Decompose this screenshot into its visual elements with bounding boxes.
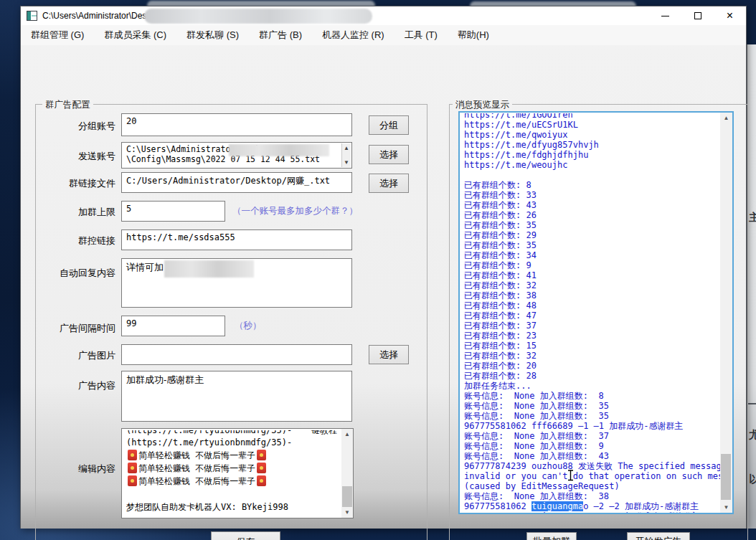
preview-line: 967777874239 ouzhou88 发送失败 The specified… [464,461,718,471]
scrollbar-thumb[interactable] [342,486,352,509]
preview-scrollbar[interactable]: ▲ ▼ [720,113,732,513]
preview-line: 已有群组个数: 15 [464,341,718,351]
group-button[interactable]: 分组 [369,115,409,135]
preview-line [464,170,718,180]
preview-line: 已有群组个数: 32 [464,280,718,290]
field-label: 广告内容 [39,379,115,392]
choose-ad-image-button[interactable]: 选择 [369,345,409,364]
choose-send-account-button[interactable]: 选择 [369,145,409,164]
field-label: 广告图片 [39,349,115,362]
edit-line [126,488,339,501]
field-label: 广告间隔时间 [39,322,115,335]
join-limit-input[interactable]: 5 [121,201,225,222]
preview-line: 账号信息: None 加入群组数: 35 [464,401,718,411]
maximize-button[interactable] [681,6,714,25]
minimize-button[interactable] [649,6,681,25]
edit-content-scrollbar[interactable]: ▲ ▼ [341,429,353,518]
edit-content-textarea-lines: (https://t.me/rtyuionbnmdfg/35)- 一键教程(ht… [126,430,339,513]
edit-line-clipped: (https://t.me/rtyuionbnmdfg/35)- 一键教程 [126,430,339,436]
control-link-input[interactable]: https://t.me/ssdsa555 [121,229,352,250]
choose-link-file-button[interactable]: 选择 [369,174,409,193]
save-button[interactable]: 保存 [211,531,280,540]
preview-line: 账号信息: None 加入群组数: 8 [464,391,718,401]
send-account-scrollbar[interactable]: ▲▼ [341,143,351,167]
menu-item[interactable]: 帮助(H) [448,29,499,42]
field-label: 发送账号 [39,150,115,163]
preview-line: invalid or you can't do that operation o… [464,471,718,481]
ibeam-cursor [567,470,574,484]
batch-join-button[interactable]: 批量加群 [526,532,577,540]
preview-line: https://t.me/1GOOIren [464,113,718,120]
preview-line: 已有群组个数: 9 [464,260,718,270]
edit-line: 简单轻松赚钱 不做后悔一辈子 [126,449,339,462]
preview-line: 963777894239 tuiguangmao —3 —3 加群成功-感谢群主 [464,511,718,514]
message-preview-list[interactable]: https://t.me/1GOOIrenhttps://t.me/uECSrU… [458,111,734,514]
red-envelope-emoji [257,475,266,486]
preview-line: 已有群组个数: 38 [464,290,718,300]
ad-config-title: 群广告配置 [42,99,93,111]
red-envelope-emoji [128,475,137,486]
preview-line: 账号信息: None 加入群组数: 35 [464,411,718,421]
scroll-up-icon[interactable]: ▲ [344,145,349,151]
field-label: 群链接文件 [39,177,115,190]
ad-interval-input[interactable]: 99 [121,316,225,336]
preview-line: 已有群组个数: 26 [464,210,718,220]
preview-line: 967775581062 tuiguangmao —2 —2 加群成功-感谢群主 [464,501,718,511]
scroll-down-icon[interactable]: ▼ [341,507,353,518]
edit-line: 简单轻松赚钱 不做后悔一辈子 [126,462,339,475]
redaction-blur [229,144,329,156]
minimize-icon [661,16,669,16]
group-link-file-input[interactable]: C:/Users/Administrator/Desktop/网赚_.txt [121,172,352,193]
preview-line: 967775581062 fff66689 —1 —1 加群成功-感谢群主 [464,421,718,431]
title-bar[interactable]: C:\Users\Administrator\Desktop × [21,6,746,25]
preview-line: 已有群组个数: 35 [464,240,718,250]
edit-content-textarea[interactable]: (https://t.me/rtyuionbnmdfg/35)- 一键教程(ht… [121,428,354,518]
scroll-down-icon[interactable]: ▼ [344,159,349,166]
maximize-icon [694,12,701,19]
group-account-input[interactable]: 20 [121,113,352,136]
preview-line: 账号信息: None 加入群组数: 43 [464,451,718,461]
scroll-down-icon[interactable]: ▼ [720,502,732,513]
preview-line: 已有群组个数: 37 [464,321,718,331]
preview-line: 已有群组个数: 28 [464,371,718,381]
preview-line: 账号信息: None 加入群组数: 38 [464,491,718,501]
preview-line: 已有群组个数: 8 [464,180,718,190]
preview-line: 已有群组个数: 32 [464,351,718,361]
menu-item[interactable]: 群成员采集 (C) [94,29,176,42]
ad-content-textarea[interactable]: 加群成功-感谢群主 [121,371,352,422]
start-ad-button[interactable]: 开始发广告 [627,532,690,540]
ad-content-text: 加群成功-感谢群主 [126,374,204,385]
menu-item[interactable]: 群发私聊 (S) [176,29,249,42]
close-icon: × [727,10,733,22]
scrollbar-thumb[interactable] [721,454,731,500]
preview-line: https://t.me/dfyug857vhvjh [464,140,718,150]
background-text: 尤 [749,428,756,442]
preview-line: 已有群组个数: 41 [464,270,718,280]
background-text: 主 [749,211,756,224]
close-button[interactable]: × [714,6,746,25]
preview-line: 已有群组个数: 23 [464,331,718,341]
preview-line: https://t.me/qwoiyux [464,130,718,140]
app-window: C:\Users\Administrator\Desktop × 群组管理 (G… [20,6,747,529]
message-preview-title: 消息预览显示 [453,99,512,111]
red-envelope-emoji [257,463,266,473]
client-area: 群广告配置 分组账号 20 分组 发送账号 C:\Users\Administr… [21,45,746,529]
ad-image-input[interactable] [121,344,352,365]
redaction-blur [164,260,254,278]
preview-line: 已有群组个数: 29 [464,230,718,240]
selected-text: tuiguangma [531,501,583,511]
scroll-up-icon[interactable]: ▲ [720,113,732,123]
background-window-edge [747,403,756,404]
preview-line: 账号信息: None 加入群组数: 37 [464,431,718,441]
menu-item[interactable]: 群组管理 (G) [21,29,94,42]
menu-item[interactable]: 群广告 (B) [249,29,312,42]
join-limit-hint: （一个账号最多加多少个群？） [232,205,358,217]
preview-line: https://t.me/fdghjdfhjhu [464,150,718,160]
preview-line: 已有群组个数: 33 [464,190,718,200]
menu-item[interactable]: 工具 (T) [394,29,448,42]
preview-line: 已有群组个数: 34 [464,250,718,260]
red-envelope-emoji [257,450,266,460]
menu-item[interactable]: 机器人监控 (R) [312,29,394,42]
scroll-up-icon[interactable]: ▲ [341,429,353,440]
red-envelope-emoji [128,450,137,460]
